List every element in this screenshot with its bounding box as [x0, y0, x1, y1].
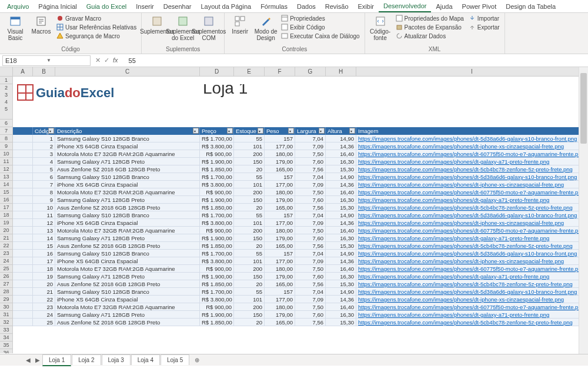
column-header-C[interactable]: C: [55, 67, 200, 76]
cell[interactable]: [13, 173, 33, 181]
cell-largura[interactable]: 7,50: [295, 265, 326, 273]
prop-mapa-button[interactable]: Propriedades do Mapa: [395, 14, 465, 22]
cell-descricao[interactable]: Asus Zenfone 5Z 2018 6GB 128GB Preto: [55, 319, 200, 326]
cell-codigo[interactable]: 9: [33, 196, 55, 204]
cell[interactable]: [13, 127, 33, 135]
cell-peso[interactable]: 177,00: [265, 219, 295, 227]
ribbon-tab-desenvolvedor[interactable]: Desenvolvedor: [379, 1, 431, 12]
cell-imagem[interactable]: https://imagens.trocafone.com/images/pho…: [356, 311, 588, 319]
exibir-codigo-button[interactable]: Exibir Código: [280, 23, 360, 31]
cell[interactable]: [13, 265, 33, 273]
name-box[interactable]: E18▼: [2, 55, 91, 66]
cell[interactable]: [13, 257, 33, 265]
cell-peso[interactable]: 157: [265, 288, 295, 296]
cell-estoque[interactable]: 150: [234, 273, 265, 280]
row-header[interactable]: 11: [0, 158, 13, 165]
cell-preco[interactable]: R$ 1.900,00: [200, 196, 234, 204]
column-header-F[interactable]: F: [265, 67, 295, 76]
row-header[interactable]: 12: [0, 165, 13, 173]
cell-peso[interactable]: 180,00: [265, 188, 295, 196]
cell-peso[interactable]: 177,00: [265, 296, 295, 303]
cell-descricao[interactable]: Samsung Galaxy S10 128GB Branco: [55, 288, 200, 296]
cell-estoque[interactable]: 20: [234, 204, 265, 211]
cell-peso[interactable]: 177,00: [265, 142, 295, 150]
cell[interactable]: [13, 196, 33, 204]
cell-peso[interactable]: 179,00: [265, 273, 295, 280]
add-sheet-button[interactable]: ⊕: [190, 357, 204, 363]
filter-button[interactable]: [258, 128, 263, 134]
cell-largura[interactable]: 7,04: [295, 250, 326, 257]
sheet-tab-loja-5[interactable]: Loja 5: [161, 354, 189, 365]
cell-imagem[interactable]: https://imagens.trocafone.com/images/pho…: [356, 135, 588, 142]
codigo-fonte-button[interactable]: Código- fonte: [369, 14, 392, 41]
cell-largura[interactable]: 7,56: [295, 204, 326, 211]
cell-largura[interactable]: 7,09: [295, 296, 326, 303]
cell-peso[interactable]: 180,00: [265, 227, 295, 234]
cell-estoque[interactable]: 20: [234, 242, 265, 250]
column-header-B[interactable]: B: [33, 67, 55, 76]
cell-altura[interactable]: 16,40: [326, 303, 356, 311]
cell-estoque[interactable]: 150: [234, 311, 265, 319]
cell-codigo[interactable]: 2: [33, 142, 55, 150]
row-header[interactable]: 21: [0, 234, 13, 242]
cell-descricao[interactable]: Samsung Galaxy S10 128GB Branco: [55, 173, 200, 181]
ribbon-tab-design-da-tabela[interactable]: Design da Tabela: [501, 1, 560, 12]
cell-altura[interactable]: 16,30: [326, 273, 356, 280]
cell-codigo[interactable]: 22: [33, 296, 55, 303]
cell-altura[interactable]: 16,40: [326, 188, 356, 196]
ribbon-tab-fórmulas[interactable]: Fórmulas: [256, 1, 292, 12]
cell-codigo[interactable]: 1: [33, 135, 55, 142]
cell[interactable]: [13, 181, 33, 188]
cell-preco[interactable]: R$ 1.700,00: [200, 135, 234, 142]
cell-altura[interactable]: 16,40: [326, 265, 356, 273]
ribbon-tab-inserir[interactable]: Inserir: [131, 1, 159, 12]
importar-button[interactable]: Importar: [467, 14, 501, 22]
sheet-tab-loja-4[interactable]: Loja 4: [131, 354, 160, 365]
cell-largura[interactable]: 7,60: [295, 273, 326, 280]
cell-descricao[interactable]: Motorola Moto E7 32GB RAM:2GB Aquamarine: [55, 303, 200, 311]
sheet-nav-next[interactable]: ▶: [33, 357, 42, 363]
cell-altura[interactable]: 14,90: [326, 250, 356, 257]
row-header[interactable]: 36: [0, 349, 13, 353]
cell-altura[interactable]: 15,30: [326, 242, 356, 250]
row-header[interactable]: 10: [0, 150, 13, 158]
cell-estoque[interactable]: 101: [234, 142, 265, 150]
table-header-descrição[interactable]: Descrição: [55, 127, 200, 135]
modo-design-button[interactable]: Modo de Design: [254, 14, 278, 41]
cell-estoque[interactable]: 101: [234, 219, 265, 227]
row-header[interactable]: 9: [0, 142, 13, 150]
cell-estoque[interactable]: 55: [234, 288, 265, 296]
cell-largura[interactable]: 7,09: [295, 257, 326, 265]
select-all-corner[interactable]: [0, 67, 13, 76]
cell-largura[interactable]: 7,50: [295, 150, 326, 158]
ribbon-tab-exibir[interactable]: Exibir: [353, 1, 379, 12]
cell-altura[interactable]: 14,90: [326, 135, 356, 142]
filter-button[interactable]: [48, 128, 54, 134]
row-header[interactable]: 29: [0, 296, 13, 303]
ribbon-tab-layout-da-página[interactable]: Layout da Página: [196, 1, 256, 12]
cell-altura[interactable]: 14,90: [326, 288, 356, 296]
cell-descricao[interactable]: Samsung Galaxy A71 128GB Preto: [55, 311, 200, 319]
cell-descricao[interactable]: Asus Zenfone 5Z 2018 6GB 128GB Preto: [55, 280, 200, 288]
cell-estoque[interactable]: 55: [234, 211, 265, 219]
cell[interactable]: [13, 165, 33, 173]
cell-descricao[interactable]: Samsung Galaxy A71 128GB Preto: [55, 196, 200, 204]
cell-codigo[interactable]: 5: [33, 165, 55, 173]
cell[interactable]: [13, 319, 33, 326]
cell-codigo[interactable]: 3: [33, 150, 55, 158]
cell-imagem[interactable]: https://imagens.trocafone.com/images/pho…: [356, 280, 588, 288]
cell-descricao[interactable]: iPhone XS 64GB Cinza Espacial: [55, 257, 200, 265]
cell-preco[interactable]: R$ 1.700,00: [200, 288, 234, 296]
cell-codigo[interactable]: 14: [33, 234, 55, 242]
cell-preco[interactable]: R$ 1.850,00: [200, 242, 234, 250]
cell-imagem[interactable]: https://imagens.trocafone.com/images/pho…: [356, 303, 588, 311]
cell-peso[interactable]: 165,00: [265, 165, 295, 173]
cell-descricao[interactable]: Samsung Galaxy S10 128GB Branco: [55, 211, 200, 219]
cell[interactable]: [13, 234, 33, 242]
column-header-D[interactable]: D: [200, 67, 234, 76]
row-header[interactable]: 1: [0, 77, 13, 84]
table-header-estoque[interactable]: Estoque: [234, 127, 265, 135]
table-header-imagem[interactable]: Imagem: [356, 127, 588, 135]
cell-altura[interactable]: 16,40: [326, 227, 356, 234]
cell-imagem[interactable]: https://imagens.trocafone.com/images/pho…: [356, 165, 588, 173]
